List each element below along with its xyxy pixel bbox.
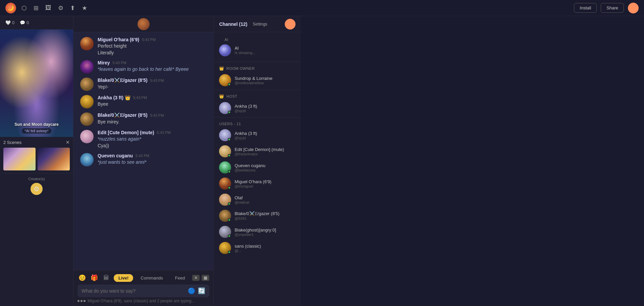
avatar bbox=[80, 153, 94, 166]
table-row: Ankha (3 ft) 👑 5:43 PM Byee bbox=[80, 94, 207, 110]
settings-icon[interactable]: ⚙ bbox=[58, 4, 63, 12]
rotate-icon[interactable]: 🔄 bbox=[198, 287, 205, 295]
comments-count[interactable]: 💬 0 bbox=[20, 20, 29, 25]
list-item[interactable]: Olaf @olafcat bbox=[214, 192, 301, 208]
scene-thumb-2[interactable] bbox=[38, 148, 70, 170]
home-icon[interactable]: ⬡ bbox=[21, 4, 27, 12]
user-handle: @9341 bbox=[234, 216, 296, 220]
user-name: sans (classic) bbox=[234, 244, 296, 249]
host-entry[interactable]: Ankha (3 ft) @sjcjd bbox=[214, 100, 301, 116]
list-item[interactable]: Miguel O'hara (6'9) @immiguel bbox=[214, 175, 301, 192]
clear-button[interactable]: ✕ bbox=[192, 275, 200, 281]
global-top-bar: 🌙 ⬡ ⊞ 🖼 ⚙ ⬆ ★ Install Share bbox=[0, 0, 644, 16]
user-avatar bbox=[219, 226, 231, 238]
ai-section: AI AI Is sleeping... bbox=[214, 32, 301, 60]
share-button[interactable]: Share bbox=[601, 3, 624, 13]
user-name: Edit [Cute Demon] (mute) bbox=[234, 147, 296, 152]
avatar bbox=[80, 130, 94, 143]
global-right: Install Share bbox=[574, 3, 639, 13]
message-text: Yep!- bbox=[98, 84, 207, 91]
list-item[interactable]: Edit [Cute Demon] (mute) @theanimator bbox=[214, 143, 301, 159]
emoji-icon[interactable]: 😊 bbox=[77, 273, 87, 283]
feed-tab-button[interactable]: Feed bbox=[170, 274, 190, 282]
message-username: Queven cuganu bbox=[98, 153, 133, 158]
gift-icon[interactable]: 🎁 bbox=[90, 273, 99, 283]
message-content: Edit [Cute Demon] (mute) 5:43 PM *nuzzle… bbox=[98, 130, 207, 149]
user-info: sans (classic) @... bbox=[234, 244, 296, 253]
message-header: Ankha (3 ft) 👑 5:43 PM bbox=[98, 95, 207, 100]
grid-icon[interactable]: ⊞ bbox=[34, 4, 39, 12]
message-username: Edit [Cute Demon] (mute) bbox=[98, 130, 154, 135]
user-info: Blake(ghost)[angry:0] @ynpotter1 bbox=[234, 227, 296, 237]
input-toolbar: 😊 🎁 🏛 Live! Commands Feed ✕ ▦ bbox=[77, 273, 209, 283]
room-owner-handle: @mellonatmellow bbox=[234, 81, 296, 85]
reactions-bar: 🤍 0 💬 0 bbox=[0, 16, 73, 30]
bank-icon[interactable]: 🏛 bbox=[102, 273, 111, 283]
upload-icon[interactable]: ⬆ bbox=[70, 4, 75, 12]
layout-button[interactable]: ▦ bbox=[202, 275, 209, 281]
avatar bbox=[80, 60, 94, 73]
global-nav: ⬡ ⊞ 🖼 ⚙ ⬆ ★ bbox=[21, 4, 87, 12]
avatar bbox=[80, 95, 94, 108]
live-tab-button[interactable]: Live! bbox=[114, 274, 133, 282]
table-row: Mirey 5:43 PM *leaves again to go back t… bbox=[80, 59, 207, 75]
user-info: Edit [Cute Demon] (mute) @theanimator bbox=[234, 147, 296, 156]
message-header: Mirey 5:43 PM bbox=[98, 60, 207, 65]
host-label: 👑 Host bbox=[214, 91, 301, 100]
list-item[interactable]: Queven cuganu @beldaizora bbox=[214, 159, 301, 175]
message-text: *nuzzles sans again* bbox=[98, 136, 207, 143]
scenes-close-button[interactable]: ✕ bbox=[66, 140, 70, 145]
chat-area: Miguel O'hara (6'9) 5:43 PM Perfect heig… bbox=[73, 32, 213, 270]
message-content: Blake/0⚔️𝙴/gazer (8'5) 5:43 PM Yep!- bbox=[98, 78, 207, 91]
room-owner-info: Sundrop & Lorraine @mellonatmellow bbox=[234, 76, 296, 85]
message-username: Blake/0⚔️𝙴/gazer (8'5) bbox=[98, 112, 148, 118]
scenes-section: 2 Scenes ✕ bbox=[0, 137, 73, 173]
creator-avatar[interactable]: ⚙ bbox=[31, 183, 43, 195]
list-item[interactable]: sans (classic) @... bbox=[214, 240, 301, 256]
list-item[interactable]: Blake(ghost)[angry:0] @ynpotter1 bbox=[214, 224, 301, 240]
user-info: Ankha (3 ft) @sjcjd bbox=[234, 131, 296, 140]
likes-count[interactable]: 🤍 0 bbox=[5, 20, 14, 25]
host-info: Ankha (3 ft) @sjcjd bbox=[234, 104, 296, 113]
user-info: Olaf @olafcat bbox=[234, 195, 296, 204]
room-avatar-top[interactable] bbox=[138, 18, 150, 30]
status-dot bbox=[228, 111, 231, 114]
message-header: Miguel O'hara (6'9) 5:43 PM bbox=[98, 37, 207, 42]
app-logo[interactable]: 🌙 bbox=[5, 3, 16, 13]
user-name: Olaf bbox=[234, 195, 296, 200]
status-dot bbox=[228, 186, 231, 189]
message-time: 5:43 PM bbox=[142, 38, 156, 42]
message-time: 5:43 PM bbox=[133, 96, 147, 100]
list-item[interactable]: Ankha (3 ft) @sjcjd bbox=[214, 127, 301, 143]
user-avatar bbox=[219, 242, 231, 254]
room-art bbox=[0, 30, 73, 137]
commands-tab-button[interactable]: Commands bbox=[136, 274, 167, 282]
scenes-header: 2 Scenes ✕ bbox=[3, 140, 70, 145]
list-item[interactable]: Blake/0⚔️𝙴/gazer (8'5) @9341 bbox=[214, 208, 301, 224]
user-avatar bbox=[219, 194, 231, 206]
message-content: Miguel O'hara (6'9) 5:43 PM Perfect heig… bbox=[98, 37, 207, 56]
settings-button[interactable]: Settings bbox=[253, 22, 267, 27]
crown-icon: 👑 bbox=[125, 95, 130, 100]
ai-name: AI bbox=[234, 46, 255, 51]
right-sidebar: Channel (12) Settings AI AI Is sleeping.… bbox=[214, 16, 301, 306]
profile-avatar[interactable] bbox=[628, 3, 639, 13]
star-icon[interactable]: ★ bbox=[82, 4, 87, 12]
divider bbox=[214, 62, 301, 62]
install-button[interactable]: Install bbox=[574, 3, 597, 13]
table-row: Queven cuganu 5:43 PM *just wants to see… bbox=[80, 152, 207, 168]
user-avatar[interactable] bbox=[285, 19, 296, 30]
divider bbox=[214, 90, 301, 90]
user-avatar bbox=[219, 129, 231, 141]
chat-input[interactable] bbox=[82, 288, 185, 294]
g-icon[interactable]: 🔵 bbox=[188, 287, 195, 295]
user-name: Blake(ghost)[angry:0] bbox=[234, 227, 296, 233]
left-sidebar: 🤍 0 💬 0 Sun and Moon daycare *AI fell as… bbox=[0, 16, 73, 306]
typing-dots bbox=[77, 300, 86, 302]
avatar bbox=[80, 112, 94, 126]
room-owner-entry[interactable]: Sundrop & Lorraine @mellonatmellow bbox=[214, 72, 301, 88]
image-icon[interactable]: 🖼 bbox=[45, 4, 51, 11]
status-dot bbox=[228, 83, 231, 86]
user-handle: @theanimator bbox=[234, 152, 296, 156]
scene-thumb-1[interactable] bbox=[3, 148, 36, 170]
